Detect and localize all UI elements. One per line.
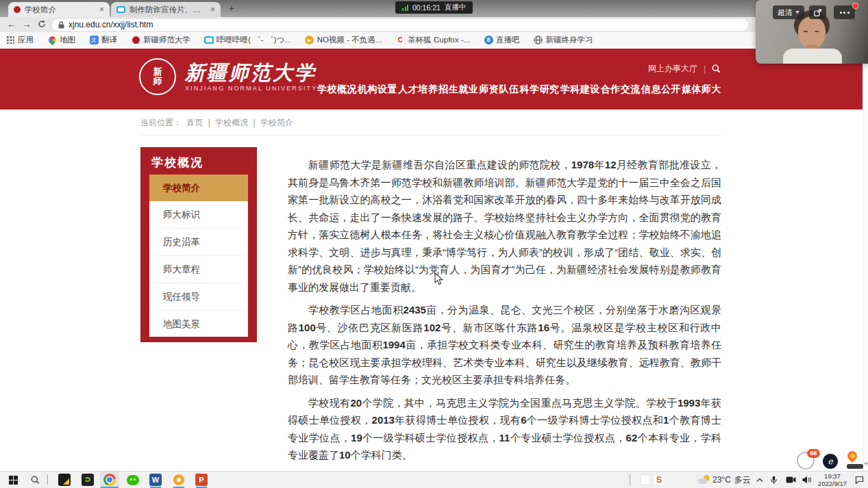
wechat-app-button[interactable] bbox=[123, 472, 142, 488]
reload-icon[interactable] bbox=[36, 19, 48, 30]
sidebar-item[interactable]: 师大章程 bbox=[149, 256, 248, 283]
share-button[interactable] bbox=[809, 5, 826, 19]
powerpoint-app-button[interactable]: P bbox=[192, 472, 211, 488]
breadcrumb-section[interactable]: 学校概况 bbox=[215, 118, 248, 127]
signal-bars-icon bbox=[402, 5, 408, 11]
back-button[interactable]: ← bbox=[5, 18, 18, 29]
bookmark-item[interactable]: 地图 bbox=[47, 35, 75, 45]
tab-title: 学校简介 bbox=[25, 5, 95, 15]
forward-button[interactable]: → bbox=[21, 18, 33, 29]
nav-item-talent[interactable]: 人才培养 bbox=[398, 84, 438, 96]
breadcrumb-home[interactable]: 首页 bbox=[186, 118, 203, 127]
lock-icon bbox=[58, 21, 64, 29]
camera-indicator-icon[interactable] bbox=[784, 472, 797, 488]
orange-ring-icon bbox=[173, 474, 184, 485]
search-icon[interactable] bbox=[712, 64, 721, 73]
tab-close-icon[interactable]: × bbox=[99, 5, 104, 14]
clock[interactable]: 19:37 2022/9/17 bbox=[814, 473, 851, 487]
sogou-input-icon[interactable]: S bbox=[652, 472, 666, 488]
taskbar-divider bbox=[45, 472, 49, 488]
action-center-button[interactable] bbox=[852, 472, 866, 488]
flame-booster-icon[interactable] bbox=[845, 449, 859, 463]
page-scrollbar[interactable] bbox=[863, 64, 868, 471]
powerpoint-icon: P bbox=[195, 474, 208, 486]
article-paragraph: 新疆师范大学是新疆维吾尔自治区重点建设的师范院校，1978年12月经教育部批准设… bbox=[288, 156, 721, 296]
dark-media-app-button[interactable] bbox=[55, 472, 74, 488]
nav-item-info[interactable]: 信息公开 bbox=[641, 84, 681, 96]
bookmark-item[interactable]: 文 翻译 bbox=[89, 35, 117, 45]
hidden-icons-chevron[interactable] bbox=[754, 472, 766, 488]
tab-school-intro[interactable]: 学校简介 × bbox=[8, 2, 110, 17]
nav-item-faculty[interactable]: 师资队伍 bbox=[479, 84, 519, 96]
tab-close-icon[interactable]: × bbox=[210, 5, 215, 14]
article-body: 新疆师范大学是新疆维吾尔自治区重点建设的师范院校，1978年12月经教育部批准设… bbox=[288, 156, 721, 488]
bookmark-item[interactable]: 哔哩哔哩( ゜- ゜)つ... bbox=[204, 35, 291, 45]
bookmark-item[interactable]: C 茶杯狐 Cupfox -... bbox=[395, 35, 470, 45]
tab-bilibili-video[interactable]: 制作防诈宣传片、安全守护在身 × bbox=[111, 2, 221, 17]
nav-item-org[interactable]: 机构设置 bbox=[358, 84, 397, 96]
bookmark-label: 地图 bbox=[60, 35, 75, 45]
nvidia-app-button[interactable] bbox=[78, 472, 97, 488]
bookmark-label: 新疆终身学习 bbox=[546, 35, 593, 45]
floating-tool-button[interactable]: e bbox=[823, 454, 838, 469]
bookmark-label: 茶杯狐 Cupfox -... bbox=[408, 35, 470, 45]
sidebar-item[interactable]: 地图美景 bbox=[149, 311, 248, 337]
university-name-en: XINJIANG NORMAL UNIVERSITY bbox=[185, 85, 317, 92]
site-header bbox=[0, 49, 868, 110]
chrome-icon bbox=[103, 474, 116, 486]
orange-ring-app-button[interactable] bbox=[169, 472, 188, 488]
chrome-app-button[interactable] bbox=[100, 472, 119, 488]
sidebar-item[interactable]: 历史沿革 bbox=[149, 229, 248, 256]
globe-icon bbox=[534, 35, 543, 44]
dark-media-app-icon bbox=[58, 474, 71, 486]
speaker-icon[interactable] bbox=[800, 472, 814, 488]
microphone-icon[interactable] bbox=[767, 472, 780, 488]
live-status-badge[interactable]: 00:16:21 直播中 bbox=[395, 1, 473, 14]
chevron-down-icon bbox=[795, 11, 799, 14]
nav-item-media[interactable]: 媒体师大 bbox=[682, 84, 721, 96]
bookmark-item[interactable]: 应用 bbox=[5, 35, 34, 45]
weather-widget[interactable]: 23°C 多云 bbox=[712, 472, 751, 488]
sidebar-item[interactable]: 现任领导 bbox=[149, 283, 248, 311]
nav-item-cooperation[interactable]: 合作交流 bbox=[601, 84, 641, 96]
breadcrumb-sep: | bbox=[208, 118, 210, 127]
portal-link[interactable]: 网上办事大厅 bbox=[648, 63, 697, 75]
sidebar-item-active[interactable]: 学校简介 bbox=[149, 175, 248, 201]
bookmark-item[interactable]: 8 直播吧 bbox=[484, 35, 520, 45]
quality-select[interactable]: 超清 bbox=[773, 5, 804, 19]
sidebar-panel: 学校简介 师大标识 历史沿革 师大章程 现任领导 地图美景 bbox=[149, 175, 248, 337]
nav-item-disciplines[interactable]: 学科建设 bbox=[560, 84, 600, 96]
bookmark-label: 哔哩哔哩( ゜- ゜)つ... bbox=[216, 35, 291, 45]
bookmark-item[interactable]: 新疆终身学习 bbox=[534, 35, 593, 45]
bookmark-item[interactable]: 新疆师范大学 bbox=[131, 35, 190, 45]
address-bar[interactable]: xjnu.edu.cn/xxjj/list.htm bbox=[52, 19, 748, 31]
bookmark-label: 应用 bbox=[18, 35, 34, 45]
nav-item-research[interactable]: 科学研究 bbox=[520, 84, 560, 96]
university-logo[interactable]: 新师 新疆师范大学 XINJIANG NORMAL UNIVERSITY bbox=[139, 58, 317, 95]
weather-icon[interactable] bbox=[697, 472, 711, 488]
notification-dot bbox=[852, 3, 858, 9]
ime-status-tile[interactable] bbox=[638, 472, 652, 488]
maps-pin-icon bbox=[47, 35, 57, 44]
breadcrumb-sep: | bbox=[253, 118, 256, 127]
portal-divider: | bbox=[704, 64, 706, 74]
nav-item-admissions[interactable]: 招生就业 bbox=[438, 84, 478, 96]
bookmark-item[interactable]: ▶ NO视频 - 不负遇... bbox=[305, 35, 382, 45]
webcam-overlay[interactable]: 超清 bbox=[756, 0, 868, 64]
xjnu-favicon bbox=[14, 6, 21, 13]
taskbar-search-button[interactable] bbox=[26, 472, 44, 488]
new-tab-button[interactable]: + bbox=[226, 3, 237, 14]
flame-booster-label bbox=[847, 464, 863, 469]
main-nav: 学校概况 机构设置 人才培养 招生就业 师资队伍 科学研究 学科建设 合作交流 … bbox=[317, 84, 721, 96]
more-button[interactable] bbox=[834, 5, 855, 19]
sidebar-item[interactable]: 师大标识 bbox=[149, 201, 248, 229]
browser-toolbar: ← → xjnu.edu.cn/xxjj/list.htm bbox=[0, 17, 868, 32]
collapse-arrow-icon[interactable] bbox=[864, 463, 868, 465]
live-time: 00:16:21 bbox=[412, 3, 441, 12]
bookmarks-bar: 应用 地图 文 翻译 新疆师范大学 哔哩哔哩( ゜- ゜)つ... ▶ NO视频… bbox=[0, 32, 868, 47]
portal-links: 网上办事大厅 | bbox=[648, 63, 721, 75]
word-app-button[interactable]: W bbox=[146, 472, 165, 488]
nav-item-overview[interactable]: 学校概况 bbox=[317, 84, 357, 96]
start-button[interactable] bbox=[4, 472, 22, 488]
tab-title: 制作防诈宣传片、安全守护在身 bbox=[129, 5, 206, 15]
